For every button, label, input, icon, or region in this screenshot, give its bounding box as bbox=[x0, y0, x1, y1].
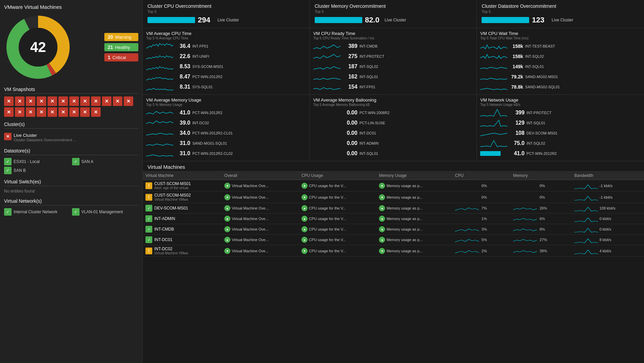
chart-value: 34.0 bbox=[175, 130, 190, 136]
snapshot-badge[interactable]: ✕ bbox=[26, 107, 35, 117]
legend-critical[interactable]: 1 Critical bbox=[104, 53, 138, 61]
chart-value: 275 bbox=[343, 53, 358, 59]
vm-bandwidth-cell: -1 kbit/s bbox=[572, 192, 644, 203]
snapshot-badge[interactable]: ✕ bbox=[113, 96, 122, 106]
chart-label: PCT-WIN-2012R2 bbox=[192, 75, 223, 79]
snapshot-badge[interactable]: ✕ bbox=[48, 96, 57, 106]
datastore-name: SAN A bbox=[82, 159, 93, 164]
net-usage-sub: Top 5 Network Usage kB/s bbox=[480, 103, 641, 107]
snapshot-badge[interactable]: ✕ bbox=[80, 107, 90, 117]
col-cpu-usage[interactable]: CPU Usage bbox=[299, 171, 376, 180]
snapshot-badge[interactable]: ✕ bbox=[124, 96, 133, 106]
table-row[interactable]: ✓ INT-DC01 ● Virtual Machine Ove... ● CP… bbox=[143, 235, 644, 245]
vm-table-wrap[interactable]: Virtual Machine Overall CPU Usage Memory… bbox=[143, 171, 644, 363]
legend-warning[interactable]: 20 Warning bbox=[104, 33, 138, 41]
vnet-grid: ✓ Internal Cluster Network ✓ VLAN-01 Man… bbox=[4, 208, 138, 216]
chart-label: SAND-MG02-MS01 bbox=[525, 75, 558, 79]
avg-mem-rows: 41.0 PCT-WIN-2012R2 39.0 INT-DC02 34.0 P… bbox=[146, 108, 306, 158]
vnet-item[interactable]: ✓ VLAN-01 Management bbox=[72, 208, 139, 216]
vm-bandwidth: -1 kbit/s bbox=[599, 195, 613, 199]
cpu-ready-title: VM CPU Ready Time bbox=[313, 31, 473, 36]
chart-value: 187 bbox=[343, 63, 358, 70]
vm-cpu-pct: 1% bbox=[482, 217, 487, 221]
snapshot-badge[interactable]: ✕ bbox=[37, 96, 46, 106]
ds-overcommit-panel: Cluster Datastore Overcommitment Top 5 1… bbox=[477, 0, 644, 28]
chart-value: 75.0 bbox=[509, 140, 524, 146]
cpu-status-icon: ● bbox=[301, 237, 308, 243]
warning-count: 20 bbox=[108, 34, 113, 40]
vm-snapshots-section: VM Snapshots ✕ ✕ ✕ ✕ ✕ ✕ ✕ ✕ ✕ ✕ ✕ ✕ ✕ ✕… bbox=[4, 87, 138, 117]
legend-healthy[interactable]: 21 Healthy bbox=[104, 43, 138, 51]
vm-mem-pct: 39% bbox=[540, 249, 547, 253]
snapshot-badge[interactable]: ✕ bbox=[15, 96, 24, 106]
vm-mem-pct: 0% bbox=[540, 184, 545, 188]
chart-value: 154 bbox=[343, 84, 358, 90]
vm-bandwidth-cell: 8 kbit/s bbox=[572, 235, 644, 245]
chart-value: 79.2k bbox=[509, 74, 523, 79]
snapshot-badge[interactable]: ✕ bbox=[4, 96, 14, 106]
snapshot-badge[interactable]: ✕ bbox=[37, 107, 46, 117]
chart-row: 75.0 INT-SQL02 bbox=[480, 139, 641, 148]
vm-bandwidth-cell: -1 kbit/s bbox=[572, 180, 644, 192]
vm-sub: Virtual Machine VMwa bbox=[154, 198, 191, 201]
col-overall[interactable]: Overall bbox=[222, 171, 299, 180]
vm-name: DEV-SCOM-MS01 bbox=[154, 206, 188, 211]
col-mem-usage[interactable]: Memory Usage bbox=[376, 171, 452, 180]
col-memory[interactable]: Memory bbox=[510, 171, 572, 180]
table-row[interactable]: ✓ INT-CMDB ● Virtual Machine Ove... ● CP… bbox=[143, 224, 644, 235]
chart-row: 389 INT-CMDB bbox=[313, 41, 473, 51]
mem-balloon-rows: 0.00 PCT-WIN-2008R2 0.00 PCT-LIN-SUSE 0.… bbox=[313, 108, 473, 158]
snapshot-badge[interactable]: ✕ bbox=[91, 107, 101, 117]
cpu-ready-panel: VM CPU Ready Time Top 5 CPU Ready Time S… bbox=[310, 28, 477, 94]
cpu-spark bbox=[455, 236, 479, 243]
snapshot-badge[interactable]: ✕ bbox=[48, 107, 57, 117]
ds-overcommit-bar-row: 123 Live Cluster bbox=[482, 16, 639, 24]
cluster-info: Live Cluster Cluster Datastore Overcommi… bbox=[14, 133, 76, 142]
snapshot-badge[interactable]: ✕ bbox=[69, 96, 79, 106]
cpu-status-icon: ● bbox=[301, 248, 308, 254]
cpu-wait-sub: Top 5 Total CPU Wait Time (ms) bbox=[480, 36, 641, 40]
col-vm[interactable]: Virtual Machine bbox=[143, 171, 222, 180]
vm-mem-cell: 39% bbox=[510, 245, 572, 257]
snapshot-badge[interactable]: ✕ bbox=[15, 107, 24, 117]
table-row[interactable]: ! CUST-SCOM-MS02 Virtual Machine VMwa ● … bbox=[143, 192, 644, 203]
mem-balloon-panel: VM Average Memory Ballooning Top 5 Avera… bbox=[310, 95, 477, 161]
sparkline bbox=[313, 41, 341, 51]
chart-row: 158k INT-SQL02 bbox=[480, 52, 641, 61]
chart-row: 0.00 PCT-LIN-SUSE bbox=[313, 118, 473, 128]
datastore-item[interactable]: ✓ ESX01 - Local bbox=[4, 158, 71, 165]
vm-overall-cell: ● Virtual Machine Ove... bbox=[222, 235, 299, 245]
snapshot-badge[interactable]: ✕ bbox=[91, 96, 101, 106]
table-row[interactable]: ✓ INT-ADMIN ● Virtual Machine Ove... ● C… bbox=[143, 214, 644, 224]
vm-cpu-pct: 2% bbox=[482, 249, 487, 253]
col-cpu[interactable]: CPU bbox=[452, 171, 510, 180]
cpu-wait-rows: 158k INT-TEST-BEAST 158k INT-SQL02 149k … bbox=[480, 41, 641, 92]
snapshot-badge[interactable]: ✕ bbox=[58, 107, 68, 117]
col-bandwidth[interactable]: Bandwidth bbox=[572, 171, 644, 180]
cluster-item[interactable]: ✕ Live Cluster Cluster Datastore Overcom… bbox=[4, 131, 138, 143]
top-panels: Cluster CPU Overcommitment Top 5 294 Liv… bbox=[143, 0, 644, 28]
snapshot-badge[interactable]: ✕ bbox=[69, 107, 79, 117]
cpu-spark bbox=[455, 194, 479, 201]
vm-bandwidth: -1 kbit/s bbox=[599, 184, 613, 188]
snapshot-badge[interactable]: ✕ bbox=[80, 96, 90, 106]
datastore-item[interactable]: ✓ SAN A bbox=[72, 158, 139, 165]
table-row[interactable]: ! CUST-SCOM-MS01 Alert: age of the virtu… bbox=[143, 180, 644, 192]
vm-name-cell: ✓ DEV-SCOM-MS01 bbox=[143, 203, 222, 214]
chart-label: INT-DC02 bbox=[192, 121, 209, 125]
table-row[interactable]: ✓ DEV-SCOM-MS01 ● Virtual Machine Ove...… bbox=[143, 203, 644, 214]
vnet-item[interactable]: ✓ Internal Cluster Network bbox=[4, 208, 71, 216]
datastore-item[interactable]: ✓ SAN B bbox=[4, 167, 71, 174]
chart-row: 154 INT-FP01 bbox=[313, 82, 473, 92]
chart-row: 0.00 INT-DC01 bbox=[313, 128, 473, 138]
chart-row: 39.0 INT-DC02 bbox=[146, 118, 306, 128]
vm-mem-pct: 26% bbox=[540, 206, 547, 210]
clusters-title: Cluster(s) bbox=[4, 122, 138, 129]
mem-overcommit-sub: Top 5 bbox=[315, 10, 472, 14]
mem-overcommit-bar-row: 82.0 Live Cluster bbox=[315, 16, 472, 24]
snapshot-badge[interactable]: ✕ bbox=[4, 107, 14, 117]
snapshot-badge[interactable]: ✕ bbox=[58, 96, 68, 106]
table-row[interactable]: ! INT-DC02 Virtual Machine VMwa ● Virtua… bbox=[143, 245, 644, 257]
snapshot-badge[interactable]: ✕ bbox=[102, 96, 111, 106]
snapshot-badge[interactable]: ✕ bbox=[26, 96, 35, 106]
